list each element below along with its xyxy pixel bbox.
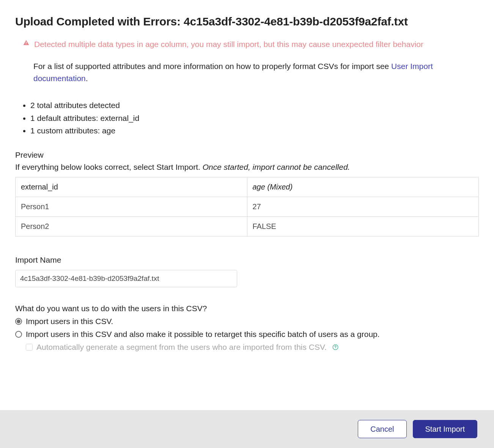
list-item: 1 default attributes: external_id — [30, 112, 479, 124]
radio-label: Import users in this CSV and also make i… — [26, 330, 380, 339]
csv-action-question: What do you want us to do with the users… — [15, 304, 479, 313]
auto-segment-checkbox-row: Automatically generate a segment from th… — [15, 343, 479, 352]
table-cell: Person1 — [16, 197, 247, 216]
table-header: external_id — [16, 177, 247, 197]
radio-option-import-retarget[interactable]: Import users in this CSV and also make i… — [15, 330, 479, 339]
help-icon[interactable] — [332, 344, 339, 351]
table-header: age (Mixed) — [247, 177, 479, 197]
checkbox-label: Automatically generate a segment from th… — [36, 343, 327, 352]
svg-point-3 — [335, 348, 335, 349]
list-item: 1 custom attributes: age — [30, 125, 479, 137]
table-cell: FALSE — [247, 216, 479, 236]
table-cell: Person2 — [16, 216, 247, 236]
preview-label: Preview — [15, 150, 479, 160]
radio-option-import[interactable]: Import users in this CSV. — [15, 317, 479, 326]
info-prefix: For a list of supported attributes and m… — [33, 62, 391, 70]
preview-hint: If everything below looks correct, selec… — [15, 163, 479, 172]
svg-rect-0 — [26, 42, 27, 44]
warning-triangle-icon — [23, 39, 30, 48]
radio-icon — [15, 331, 22, 338]
cancel-button[interactable]: Cancel — [358, 420, 406, 438]
warning-alert: Detected multiple data types in age colu… — [15, 39, 479, 50]
radio-label: Import users in this CSV. — [26, 317, 113, 326]
radio-icon — [15, 318, 22, 325]
table-cell: 27 — [247, 197, 479, 216]
svg-rect-1 — [26, 44, 27, 45]
import-name-label: Import Name — [15, 255, 479, 265]
import-name-input[interactable] — [15, 270, 237, 287]
table-row: Person1 27 — [16, 197, 479, 216]
table-row: Person2 FALSE — [16, 216, 479, 236]
info-suffix: . — [86, 74, 88, 83]
page-title: Upload Completed with Errors: 4c15a3df-3… — [15, 15, 479, 28]
preview-table: external_id age (Mixed) Person1 27 Perso… — [15, 177, 479, 237]
info-text: For a list of supported attributes and m… — [15, 60, 479, 84]
footer-bar: Cancel Start Import — [0, 410, 494, 448]
list-item: 2 total attributes detected — [30, 99, 479, 111]
start-import-button[interactable]: Start Import — [413, 420, 477, 438]
attribute-summary-list: 2 total attributes detected 1 default at… — [15, 99, 479, 137]
warning-text: Detected multiple data types in age colu… — [34, 39, 423, 50]
checkbox-icon[interactable] — [26, 344, 33, 351]
